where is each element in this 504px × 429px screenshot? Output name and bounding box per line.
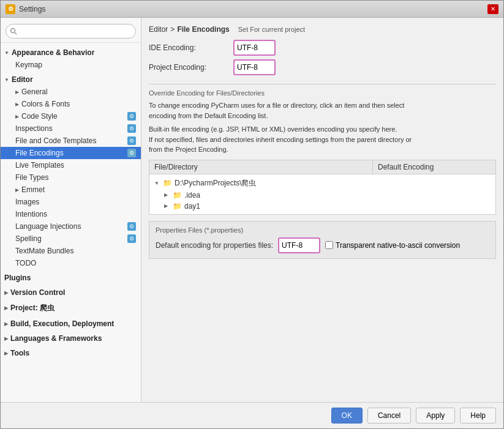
sidebar-item-languages-frameworks[interactable]: ▶ Languages & Frameworks: [1, 332, 141, 345]
apply-button[interactable]: Apply: [416, 408, 455, 423]
sidebar-item-colors-fonts[interactable]: ▶ Colors & Fonts: [1, 98, 141, 110]
cancel-button[interactable]: Cancel: [367, 408, 411, 423]
expand-arrow: ▶: [164, 192, 170, 198]
sidebar-item-images[interactable]: Images: [1, 196, 141, 208]
table-row[interactable]: ▶ 📁 .idea: [149, 190, 495, 201]
sidebar-item-file-code-templates[interactable]: File and Code Templates ⚙: [1, 135, 141, 147]
breadcrumb: Editor > File Encodings Set For current …: [149, 25, 496, 34]
expand-arrow: ▶: [4, 336, 8, 341]
expand-arrow: ▶: [4, 290, 8, 296]
sidebar-item-textmate-bundles[interactable]: TextMate Bundles: [1, 245, 141, 257]
badge-icon: ⚙: [127, 136, 136, 145]
sidebar-item-code-style[interactable]: ▶ Code Style ⚙: [1, 110, 141, 122]
project-encoding-label: Project Encoding:: [149, 63, 228, 72]
close-button[interactable]: ✕: [487, 4, 498, 14]
folder-icon: 📁: [173, 202, 182, 211]
expand-arrow: ▶: [4, 351, 8, 356]
expand-arrow: ▼: [154, 181, 160, 186]
title-bar: ⚙ Settings ✕: [1, 1, 503, 18]
sidebar-item-version-control[interactable]: ▶ Version Control: [1, 286, 141, 299]
properties-encoding-dropdown-wrapper: UTF-8: [278, 237, 320, 253]
project-encoding-row: Project Encoding: UTF-8: [149, 59, 496, 75]
ide-encoding-row: IDE Encoding: UTF-8: [149, 40, 496, 56]
badge-icon: ⚙: [127, 234, 136, 243]
sidebar-item-tools[interactable]: ▶ Tools: [1, 347, 141, 359]
sidebar-item-language-injections[interactable]: Language Injections ⚙: [1, 220, 141, 233]
ok-button[interactable]: OK: [331, 408, 363, 423]
expand-arrow: ▶: [15, 102, 19, 107]
folder-icon: 📁: [173, 191, 182, 200]
override-section: Override Encoding for Files/Directories …: [149, 84, 496, 215]
sidebar-item-file-encodings[interactable]: File Encodings ⚙: [1, 147, 141, 159]
col-default-encoding: Default Encoding: [373, 160, 495, 174]
table-row[interactable]: ▶ 📁 day1: [149, 201, 495, 212]
properties-encoding-dropdown[interactable]: UTF-8: [279, 239, 319, 252]
file-table: File/Directory Default Encoding ▼ 📁 D:\P…: [149, 160, 496, 215]
search-input[interactable]: [6, 24, 136, 39]
sidebar-item-todo[interactable]: TODO: [1, 257, 141, 269]
ide-encoding-label: IDE Encoding:: [149, 43, 228, 52]
info-text-2: Built-in file encoding (e.g. JSP, HTML o…: [149, 124, 496, 155]
folder-icon: 📁: [163, 179, 172, 187]
properties-section: Properties Files (*.properties) Default …: [149, 221, 496, 259]
main-panel: Editor > File Encodings Set For current …: [141, 18, 503, 402]
table-header: File/Directory Default Encoding: [149, 160, 495, 174]
sidebar-item-emmet[interactable]: ▶ Emmet: [1, 184, 141, 196]
sidebar-item-appearance-behavior[interactable]: ▼ Appearance & Behavior: [1, 47, 141, 59]
expand-arrow: ▼: [4, 50, 9, 56]
transparent-checkbox[interactable]: [325, 241, 333, 249]
sidebar-item-inspections[interactable]: Inspections ⚙: [1, 122, 141, 135]
settings-window: ⚙ Settings ✕ ▼ Appearance & Behavior Key…: [0, 0, 504, 429]
sidebar: ▼ Appearance & Behavior Keymap ▼ Editor …: [1, 18, 141, 402]
expand-arrow: ▶: [164, 203, 170, 209]
search-container: [1, 20, 141, 43]
app-icon: ⚙: [6, 4, 15, 14]
sidebar-item-file-types[interactable]: File Types: [1, 171, 141, 184]
override-title: Override Encoding for Files/Directories: [149, 89, 496, 97]
sidebar-item-general[interactable]: ▶ General: [1, 86, 141, 98]
transparent-checkbox-row: Transparent native-to-ascii conversion: [325, 241, 460, 250]
ide-encoding-dropdown[interactable]: UTF-8: [235, 41, 274, 54]
project-encoding-dropdown[interactable]: UTF-8: [235, 61, 274, 74]
expand-arrow: ▶: [15, 89, 19, 95]
sidebar-item-build-execution[interactable]: ▶ Build, Execution, Deployment: [1, 318, 141, 330]
col-file-directory: File/Directory: [149, 160, 373, 174]
project-encoding-dropdown-wrapper: UTF-8: [233, 59, 276, 75]
badge-icon: ⚙: [127, 222, 136, 231]
expand-arrow: ▼: [4, 77, 9, 83]
ide-encoding-dropdown-wrapper: UTF-8: [233, 40, 276, 56]
sidebar-item-live-templates[interactable]: Live Templates: [1, 159, 141, 171]
expand-arrow: ▶: [4, 321, 8, 327]
badge-icon: ⚙: [127, 149, 136, 157]
sidebar-item-spelling[interactable]: Spelling ⚙: [1, 233, 141, 245]
sidebar-item-keymap[interactable]: Keymap: [1, 59, 141, 71]
sidebar-item-editor[interactable]: ▼ Editor: [1, 73, 141, 86]
table-row[interactable]: ▼ 📁 D:\PycharmProjects\爬虫: [149, 177, 495, 190]
table-body: ▼ 📁 D:\PycharmProjects\爬虫 ▶ 📁 .idea: [149, 174, 495, 214]
window-title: Settings: [19, 5, 487, 13]
footer: OK Cancel Apply Help: [1, 402, 503, 428]
help-button[interactable]: Help: [460, 408, 496, 423]
nav-section: ▼ Appearance & Behavior Keymap ▼ Editor …: [1, 43, 141, 360]
sidebar-item-project[interactable]: ▶ Project: 爬虫: [1, 301, 141, 315]
badge-icon: ⚙: [127, 124, 136, 133]
info-text-1: To change encoding PyCharm uses for a fi…: [149, 100, 496, 121]
expand-arrow: ▶: [15, 114, 19, 119]
sidebar-item-plugins[interactable]: Plugins: [1, 272, 141, 284]
properties-title: Properties Files (*.properties): [156, 226, 489, 234]
expand-arrow: ▶: [15, 187, 19, 193]
properties-encoding-label: Default encoding for properties files:: [156, 241, 273, 250]
content-area: ▼ Appearance & Behavior Keymap ▼ Editor …: [1, 18, 503, 402]
badge-icon: ⚙: [127, 112, 136, 121]
properties-row: Default encoding for properties files: U…: [156, 237, 489, 253]
expand-arrow: ▶: [4, 305, 8, 311]
sidebar-item-intentions[interactable]: Intentions: [1, 208, 141, 220]
transparent-label: Transparent native-to-ascii conversion: [336, 241, 460, 250]
set-for-project: Set For current project: [238, 26, 305, 33]
